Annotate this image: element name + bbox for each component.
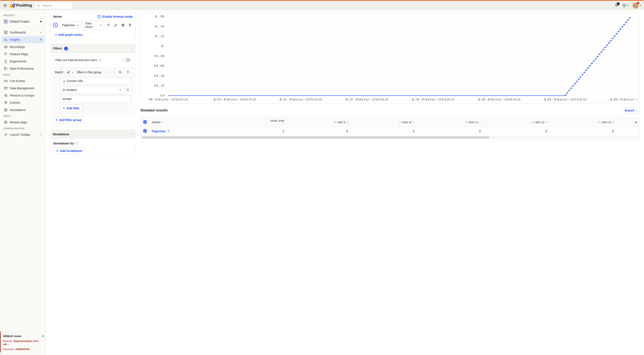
svg-point-13 [5, 103, 6, 104]
filter-group-delete[interactable] [125, 69, 131, 75]
svg-point-19 [6, 122, 6, 122]
svg-point-18 [4, 122, 5, 122]
chevron-down-icon: ▼ [40, 31, 42, 34]
series-title: Series [53, 15, 62, 18]
filter-delete-button[interactable] [125, 87, 131, 93]
add-breakdown-button[interactable]: + Add breakdown [54, 147, 85, 154]
column-menu-icon[interactable]: ≡ [162, 121, 164, 124]
svg-point-23 [6, 123, 7, 124]
filter-property-select[interactable]: 📊 Current URL [60, 77, 131, 84]
sidebar-item-label: Launch Toolbar [10, 133, 30, 136]
sidebar-item-recordings[interactable]: Recordings [2, 43, 44, 50]
match-mode-value: all [67, 70, 70, 74]
series-rename-button[interactable] [113, 22, 118, 28]
sidebar-item-annotations[interactable]: Annotations [2, 106, 44, 114]
select-all-checkbox[interactable] [144, 120, 146, 124]
branch-label: Branch: [3, 340, 14, 343]
sidebar-item-launch-toolbar[interactable]: Launch Toolbar▼ [2, 131, 44, 138]
dashboards-icon [4, 30, 8, 34]
search-placeholder: Search... [42, 4, 54, 7]
column-menu-icon[interactable]: ≡ [546, 121, 547, 124]
sidebar-item-data-management[interactable]: Data Management [2, 84, 44, 92]
sidebar-toggle[interactable] [2, 3, 8, 8]
svg-rect-26 [122, 24, 124, 26]
filter-value-input[interactable]: tomato [60, 95, 131, 102]
breakdown-header[interactable]: Breakdown ⌄⌃ [50, 130, 135, 139]
svg-rect-4 [4, 33, 5, 34]
column-menu-icon[interactable]: ≡ [479, 121, 481, 124]
filters-header[interactable]: Filters 1 ⌄⌃ [50, 44, 135, 53]
sidebar-item-web-performance[interactable]: Web Performance [2, 65, 44, 72]
trash-icon [126, 88, 130, 92]
insights-icon [4, 38, 8, 42]
debug-close[interactable]: ✕ [42, 334, 44, 338]
sidebar-item-label: Data Management [10, 86, 34, 90]
content: Series Enable formula mode A Pageview ▼ [46, 10, 644, 355]
series-letter-badge: A [53, 22, 58, 28]
search-input[interactable]: Search... [34, 2, 73, 9]
sidebar-item-dashboards[interactable]: Dashboards▼ [2, 29, 44, 36]
user-menu[interactable]: ! ▼ [632, 2, 642, 8]
row-total: 2 [225, 127, 286, 136]
row-checkbox[interactable] [144, 129, 146, 132]
sidebar-item-browse-apps[interactable]: Browse Apps [2, 119, 44, 126]
sort-desc-icon[interactable]: ⌄ [282, 122, 284, 125]
plus-icon[interactable]: + [40, 38, 42, 41]
experiments-icon [4, 60, 8, 63]
plus-icon: + [56, 118, 57, 122]
add-series-button[interactable]: + Add graph series [53, 32, 133, 38]
svg-rect-8 [4, 87, 7, 89]
filter-group-copy[interactable] [117, 69, 123, 75]
filter-operator-select[interactable]: ∋ contains ▼ [60, 86, 124, 94]
notifications-button[interactable]: 0 [614, 3, 618, 8]
match-mode-select[interactable]: all ▼ [65, 70, 76, 75]
info-icon[interactable] [75, 142, 78, 145]
help-menu[interactable]: ▼ [622, 4, 629, 8]
series-delete-button[interactable] [127, 22, 133, 28]
collapse-toggle[interactable]: ⌄⌃ [131, 132, 133, 136]
internal-users-toggle[interactable] [123, 58, 130, 62]
sidebar-item-persons-groups[interactable]: Persons & Groups [2, 92, 44, 99]
logo[interactable]: PostHog [10, 3, 32, 8]
event-selector[interactable]: Pageview ▼ [60, 22, 81, 28]
sidebar-item-feature-flags[interactable]: Feature Flags [2, 50, 44, 58]
trash-icon [126, 70, 130, 74]
pencil-icon[interactable]: ✎ [168, 130, 170, 133]
chevron-right-icon: › [636, 109, 637, 112]
formula-link-text: Enable formula mode [102, 15, 133, 18]
plus-icon: + [63, 106, 65, 110]
aggregation-selector[interactable]: Total count ▼ [83, 20, 104, 30]
sidebar-item-insights[interactable]: Insights+ [2, 36, 44, 43]
svg-text:14-Nov-2022: 14-Nov-2022 [477, 98, 521, 101]
add-filter-group-button[interactable]: + Add filter group [53, 116, 84, 124]
alert-badge-icon: ! [637, 2, 639, 4]
collapse-toggle[interactable]: ⌄⌃ [131, 47, 133, 50]
feature-flags-icon [4, 52, 8, 56]
add-filter-button[interactable]: + Add filter [60, 104, 82, 112]
horizontal-scrollbar[interactable] [142, 136, 639, 138]
column-menu-icon[interactable]: ≡ [413, 121, 414, 124]
project-selector[interactable]: P Default Project ▼ [2, 18, 44, 25]
filter-operator-value: contains [66, 88, 77, 92]
enable-formula-link[interactable]: Enable formula mode [98, 15, 133, 18]
gear-icon[interactable] [98, 58, 102, 62]
column-menu-icon[interactable]: ≡ [612, 121, 614, 124]
sidebar-item-live-events[interactable]: Live Events [2, 77, 44, 84]
export-button[interactable]: Export › [622, 107, 640, 114]
svg-text:10-Nov-2022: 10-Nov-2022 [212, 98, 256, 101]
column-menu-icon[interactable]: ≡ [346, 121, 348, 124]
results-table: SERIES≡ TOTAL SUM⌄ WENOV 9≡ THNOV 10≡ FR… [141, 117, 640, 140]
series-panel: Series Enable formula mode A Pageview ▼ [50, 12, 136, 40]
svg-text:9-Nov-2022: 9-Nov-2022 [148, 98, 188, 101]
series-filter-button[interactable] [106, 22, 111, 28]
logo-mark-icon [10, 4, 15, 8]
chevron-down-icon: ▼ [72, 71, 74, 74]
sidebar-item-cohorts[interactable]: Cohorts [2, 99, 44, 106]
row-series-link[interactable]: Pageview [152, 130, 165, 133]
sidebar-item-experiments[interactable]: Experiments [2, 58, 44, 65]
plus-icon: + [55, 33, 57, 36]
series-duplicate-button[interactable] [120, 22, 126, 28]
svg-text:0: 0 [160, 94, 164, 97]
sidebar-item-label: Annotations [10, 108, 26, 112]
export-label: Export [625, 109, 634, 112]
